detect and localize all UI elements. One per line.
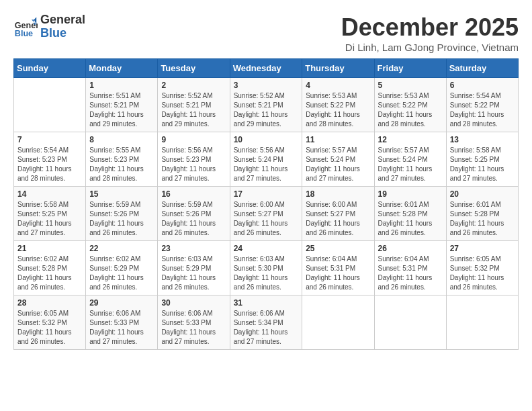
day-info: Sunrise: 5:58 AM Sunset: 5:25 PM Dayligh…	[17, 200, 82, 238]
day-info: Sunrise: 5:56 AM Sunset: 5:23 PM Dayligh…	[161, 146, 226, 183]
calendar-cell: 6Sunrise: 5:54 AM Sunset: 5:22 PM Daylig…	[446, 78, 518, 132]
calendar-cell: 5Sunrise: 5:53 AM Sunset: 5:22 PM Daylig…	[374, 78, 446, 132]
header-wednesday: Wednesday	[230, 59, 302, 78]
day-info: Sunrise: 5:52 AM Sunset: 5:21 PM Dayligh…	[234, 91, 299, 129]
day-info: Sunrise: 5:53 AM Sunset: 5:22 PM Dayligh…	[378, 91, 443, 129]
calendar-cell: 11Sunrise: 5:57 AM Sunset: 5:24 PM Dayli…	[302, 132, 374, 187]
calendar-cell: 19Sunrise: 6:01 AM Sunset: 5:28 PM Dayli…	[374, 187, 446, 241]
day-info: Sunrise: 6:05 AM Sunset: 5:32 PM Dayligh…	[450, 255, 515, 292]
day-info: Sunrise: 5:55 AM Sunset: 5:23 PM Dayligh…	[89, 146, 154, 183]
day-info: Sunrise: 5:51 AM Sunset: 5:21 PM Dayligh…	[89, 91, 154, 129]
day-number: 26	[378, 244, 443, 253]
day-number: 17	[234, 189, 299, 199]
header-row: SundayMondayTuesdayWednesdayThursdayFrid…	[14, 59, 519, 78]
calendar-cell: 9Sunrise: 5:56 AM Sunset: 5:23 PM Daylig…	[158, 132, 230, 187]
day-number: 24	[234, 244, 299, 253]
day-info: Sunrise: 6:06 AM Sunset: 5:33 PM Dayligh…	[161, 309, 226, 347]
day-info: Sunrise: 5:59 AM Sunset: 5:26 PM Dayligh…	[89, 200, 154, 238]
calendar-header: SundayMondayTuesdayWednesdayThursdayFrid…	[14, 59, 519, 78]
day-number: 10	[234, 135, 299, 144]
calendar-cell: 31Sunrise: 6:06 AM Sunset: 5:34 PM Dayli…	[230, 295, 302, 350]
day-info: Sunrise: 6:04 AM Sunset: 5:31 PM Dayligh…	[306, 255, 370, 292]
logo: General Blue GeneralBlue	[13, 13, 85, 40]
calendar-cell: 30Sunrise: 6:06 AM Sunset: 5:33 PM Dayli…	[158, 295, 230, 350]
day-number: 19	[378, 189, 443, 199]
day-info: Sunrise: 6:06 AM Sunset: 5:34 PM Dayligh…	[234, 309, 299, 347]
logo-icon: General Blue	[13, 15, 38, 39]
calendar-cell: 28Sunrise: 6:05 AM Sunset: 5:32 PM Dayli…	[14, 295, 86, 350]
calendar-cell: 10Sunrise: 5:56 AM Sunset: 5:24 PM Dayli…	[230, 132, 302, 187]
calendar-cell: 22Sunrise: 6:02 AM Sunset: 5:29 PM Dayli…	[86, 241, 158, 295]
calendar-cell: 1Sunrise: 5:51 AM Sunset: 5:21 PM Daylig…	[86, 78, 158, 132]
calendar-cell: 23Sunrise: 6:03 AM Sunset: 5:29 PM Dayli…	[158, 241, 230, 295]
day-number: 2	[161, 81, 226, 90]
day-number: 27	[450, 244, 515, 253]
calendar-cell	[446, 295, 518, 350]
header-thursday: Thursday	[302, 59, 374, 78]
day-number: 13	[450, 135, 515, 144]
day-number: 12	[378, 135, 443, 144]
day-info: Sunrise: 5:59 AM Sunset: 5:26 PM Dayligh…	[161, 200, 226, 238]
calendar-table: SundayMondayTuesdayWednesdayThursdayFrid…	[13, 58, 519, 350]
day-number: 5	[378, 81, 443, 90]
calendar-cell: 8Sunrise: 5:55 AM Sunset: 5:23 PM Daylig…	[86, 132, 158, 187]
day-number: 16	[161, 189, 226, 199]
day-number: 7	[17, 135, 82, 144]
day-info: Sunrise: 6:01 AM Sunset: 5:28 PM Dayligh…	[450, 200, 515, 238]
calendar-cell	[302, 295, 374, 350]
week-row-3: 14Sunrise: 5:58 AM Sunset: 5:25 PM Dayli…	[14, 187, 519, 241]
title-block: December 2025 Di Linh, Lam GJong Provinc…	[341, 13, 519, 53]
calendar-cell: 29Sunrise: 6:06 AM Sunset: 5:33 PM Dayli…	[86, 295, 158, 350]
day-number: 15	[89, 189, 154, 199]
page-header: General Blue GeneralBlue December 2025 D…	[13, 13, 519, 53]
day-info: Sunrise: 5:57 AM Sunset: 5:24 PM Dayligh…	[306, 146, 370, 183]
day-number: 21	[17, 244, 82, 253]
calendar-cell: 16Sunrise: 5:59 AM Sunset: 5:26 PM Dayli…	[158, 187, 230, 241]
main-title: December 2025	[341, 13, 519, 42]
day-info: Sunrise: 5:56 AM Sunset: 5:24 PM Dayligh…	[234, 146, 299, 183]
calendar-cell: 14Sunrise: 5:58 AM Sunset: 5:25 PM Dayli…	[14, 187, 86, 241]
calendar-cell	[374, 295, 446, 350]
header-friday: Friday	[374, 59, 446, 78]
day-number: 23	[161, 244, 226, 253]
day-number: 11	[306, 135, 370, 144]
subtitle: Di Linh, Lam GJong Province, Vietnam	[341, 42, 519, 53]
day-number: 31	[234, 298, 299, 308]
day-info: Sunrise: 5:58 AM Sunset: 5:25 PM Dayligh…	[450, 146, 515, 183]
calendar-cell: 3Sunrise: 5:52 AM Sunset: 5:21 PM Daylig…	[230, 78, 302, 132]
calendar-cell: 4Sunrise: 5:53 AM Sunset: 5:22 PM Daylig…	[302, 78, 374, 132]
day-info: Sunrise: 6:06 AM Sunset: 5:33 PM Dayligh…	[89, 309, 154, 347]
calendar-cell: 12Sunrise: 5:57 AM Sunset: 5:24 PM Dayli…	[374, 132, 446, 187]
day-info: Sunrise: 6:00 AM Sunset: 5:27 PM Dayligh…	[234, 200, 299, 238]
day-number: 20	[450, 189, 515, 199]
calendar-cell: 7Sunrise: 5:54 AM Sunset: 5:23 PM Daylig…	[14, 132, 86, 187]
day-info: Sunrise: 5:53 AM Sunset: 5:22 PM Dayligh…	[306, 91, 370, 129]
week-row-5: 28Sunrise: 6:05 AM Sunset: 5:32 PM Dayli…	[14, 295, 519, 350]
calendar-cell: 17Sunrise: 6:00 AM Sunset: 5:27 PM Dayli…	[230, 187, 302, 241]
day-info: Sunrise: 6:03 AM Sunset: 5:29 PM Dayligh…	[161, 255, 226, 292]
day-number: 3	[234, 81, 299, 90]
calendar-body: 1Sunrise: 5:51 AM Sunset: 5:21 PM Daylig…	[14, 78, 519, 350]
day-info: Sunrise: 5:54 AM Sunset: 5:22 PM Dayligh…	[450, 91, 515, 129]
calendar-cell: 13Sunrise: 5:58 AM Sunset: 5:25 PM Dayli…	[446, 132, 518, 187]
header-sunday: Sunday	[14, 59, 86, 78]
calendar-cell: 15Sunrise: 5:59 AM Sunset: 5:26 PM Dayli…	[86, 187, 158, 241]
day-info: Sunrise: 6:02 AM Sunset: 5:28 PM Dayligh…	[17, 255, 82, 292]
day-info: Sunrise: 6:02 AM Sunset: 5:29 PM Dayligh…	[89, 255, 154, 292]
week-row-2: 7Sunrise: 5:54 AM Sunset: 5:23 PM Daylig…	[14, 132, 519, 187]
week-row-1: 1Sunrise: 5:51 AM Sunset: 5:21 PM Daylig…	[14, 78, 519, 132]
calendar-cell: 26Sunrise: 6:04 AM Sunset: 5:31 PM Dayli…	[374, 241, 446, 295]
day-number: 1	[89, 81, 154, 90]
day-info: Sunrise: 6:04 AM Sunset: 5:31 PM Dayligh…	[378, 255, 443, 292]
day-number: 9	[161, 135, 226, 144]
calendar-cell: 27Sunrise: 6:05 AM Sunset: 5:32 PM Dayli…	[446, 241, 518, 295]
day-number: 6	[450, 81, 515, 90]
week-row-4: 21Sunrise: 6:02 AM Sunset: 5:28 PM Dayli…	[14, 241, 519, 295]
calendar-cell: 20Sunrise: 6:01 AM Sunset: 5:28 PM Dayli…	[446, 187, 518, 241]
day-info: Sunrise: 6:00 AM Sunset: 5:27 PM Dayligh…	[306, 200, 370, 238]
svg-text:Blue: Blue	[15, 29, 33, 38]
day-number: 18	[306, 189, 370, 199]
calendar-cell: 21Sunrise: 6:02 AM Sunset: 5:28 PM Dayli…	[14, 241, 86, 295]
header-saturday: Saturday	[446, 59, 518, 78]
day-info: Sunrise: 6:03 AM Sunset: 5:30 PM Dayligh…	[234, 255, 299, 292]
